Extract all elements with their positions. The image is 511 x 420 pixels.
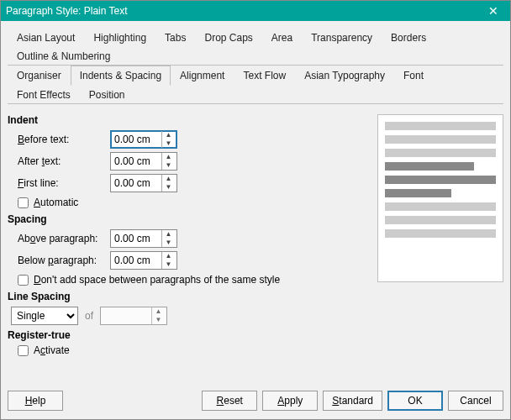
tab-drop-caps[interactable]: Drop Caps: [195, 28, 261, 47]
preview-line: [385, 176, 496, 184]
spin-buttons[interactable]: ▲▼: [161, 131, 175, 148]
row-dont-add-space: Don't add space between paragraphs of th…: [18, 274, 371, 286]
spin-of-value[interactable]: ▲▼: [100, 307, 167, 325]
checkbox-activate[interactable]: [18, 345, 29, 356]
label-dont-add-space: Don't add space between paragraphs of th…: [34, 274, 280, 286]
standard-button[interactable]: Standard: [323, 391, 382, 411]
chevron-up-icon[interactable]: ▲: [162, 131, 175, 139]
tab-position[interactable]: Position: [80, 85, 134, 104]
chevron-down-icon[interactable]: ▼: [152, 316, 165, 324]
spacer: [68, 391, 197, 411]
section-linespacing-title: Line Spacing: [8, 291, 371, 302]
spin-buttons[interactable]: ▲▼: [161, 175, 175, 192]
section-spacing-title: Spacing: [8, 213, 371, 225]
label-automatic: Automatic: [34, 197, 78, 208]
input-first-line[interactable]: [111, 175, 161, 192]
tab-asian-typography[interactable]: Asian Typography: [295, 66, 394, 86]
tab-font-effects[interactable]: Font Effects: [8, 85, 80, 104]
tab-row-2: Organiser Indents & Spacing Alignment Te…: [8, 66, 503, 104]
preview-box: [377, 114, 503, 282]
tab-organiser[interactable]: Organiser: [8, 66, 71, 86]
preview-line: [385, 216, 496, 224]
row-first-line: First line: ▲▼: [18, 173, 371, 193]
tab-highlighting[interactable]: Highlighting: [84, 28, 155, 47]
tab-pane: Indent Before text: ▲▼ After text: ▲▼: [8, 104, 503, 361]
tab-outline-numbering[interactable]: Outline & Numbering: [8, 46, 119, 66]
label-above-paragraph: Above paragraph:: [18, 233, 110, 244]
tab-area[interactable]: Area: [262, 28, 302, 47]
help-button[interactable]: Help: [8, 391, 63, 411]
tab-asian-layout[interactable]: Asian Layout: [8, 28, 84, 47]
input-above-paragraph[interactable]: [111, 230, 161, 247]
dialog-content: Asian Layout Highlighting Tabs Drop Caps…: [1, 21, 510, 419]
spin-after-text[interactable]: ▲▼: [110, 152, 177, 171]
spin-buttons[interactable]: ▲▼: [161, 230, 175, 247]
section-register-title: Register-true: [8, 329, 371, 341]
titlebar: Paragraph Style: Plain Text ✕: [1, 1, 510, 21]
row-automatic: Automatic: [18, 197, 371, 208]
label-after-text: After text:: [18, 155, 110, 167]
label-of: of: [85, 310, 93, 322]
checkbox-automatic[interactable]: [18, 197, 29, 208]
tab-text-flow[interactable]: Text Flow: [234, 66, 295, 86]
spin-buttons[interactable]: ▲▼: [161, 252, 175, 269]
chevron-up-icon[interactable]: ▲: [162, 175, 175, 183]
close-icon[interactable]: ✕: [482, 4, 505, 18]
row-above-paragraph: Above paragraph: ▲▼: [18, 228, 371, 249]
preview-line: [385, 229, 496, 238]
tab-borders[interactable]: Borders: [382, 28, 435, 47]
row-below-paragraph: Below paragraph: ▲▼: [18, 250, 371, 270]
spin-below-paragraph[interactable]: ▲▼: [110, 251, 177, 270]
preview-line: [385, 162, 474, 171]
chevron-up-icon[interactable]: ▲: [162, 252, 175, 260]
tab-tabs[interactable]: Tabs: [155, 28, 195, 47]
select-line-spacing[interactable]: Single: [11, 307, 78, 325]
cancel-button[interactable]: Cancel: [448, 391, 503, 411]
row-activate: Activate: [18, 344, 371, 356]
chevron-down-icon[interactable]: ▼: [162, 183, 175, 192]
chevron-up-icon[interactable]: ▲: [152, 307, 165, 316]
preview-line: [385, 202, 496, 211]
tab-transparency[interactable]: Transparency: [302, 28, 382, 47]
label-before-text: Before text:: [18, 134, 110, 145]
dialog-footer: Help Reset Apply Standard OK Cancel: [8, 391, 503, 411]
chevron-down-icon[interactable]: ▼: [162, 260, 175, 269]
spin-first-line[interactable]: ▲▼: [110, 174, 177, 192]
reset-button[interactable]: Reset: [202, 391, 257, 411]
chevron-up-icon[interactable]: ▲: [162, 153, 175, 161]
tab-font[interactable]: Font: [394, 66, 433, 86]
preview-line: [385, 122, 496, 130]
input-below-paragraph[interactable]: [111, 252, 161, 269]
dialog-window: Paragraph Style: Plain Text ✕ Asian Layo…: [0, 0, 511, 420]
apply-button[interactable]: Apply: [262, 391, 318, 411]
spin-buttons[interactable]: ▲▼: [161, 153, 175, 170]
input-after-text[interactable]: [111, 153, 161, 170]
label-below-paragraph: Below paragraph:: [18, 255, 110, 266]
tab-alignment[interactable]: Alignment: [171, 66, 234, 86]
chevron-down-icon[interactable]: ▼: [162, 139, 175, 148]
tab-indents-spacing[interactable]: Indents & Spacing: [71, 66, 171, 86]
form-column: Indent Before text: ▲▼ After text: ▲▼: [8, 111, 371, 361]
chevron-down-icon[interactable]: ▼: [162, 239, 175, 247]
checkbox-dont-add-space[interactable]: [18, 275, 29, 286]
spin-buttons[interactable]: ▲▼: [151, 307, 165, 324]
spin-above-paragraph[interactable]: ▲▼: [110, 229, 177, 248]
preview-line: [385, 149, 496, 157]
row-before-text: Before text: ▲▼: [18, 129, 371, 150]
label-first-line: First line:: [18, 177, 110, 189]
chevron-up-icon[interactable]: ▲: [162, 230, 175, 239]
label-activate: Activate: [34, 344, 70, 356]
window-title: Paragraph Style: Plain Text: [6, 5, 482, 17]
preview-line: [385, 135, 496, 144]
chevron-down-icon[interactable]: ▼: [162, 161, 175, 170]
input-of-value[interactable]: [101, 307, 151, 324]
input-before-text[interactable]: [111, 131, 161, 148]
preview-line: [385, 189, 451, 197]
row-line-spacing: Single of ▲▼: [11, 306, 371, 326]
tab-row-1: Asian Layout Highlighting Tabs Drop Caps…: [8, 28, 503, 66]
ok-button[interactable]: OK: [387, 391, 443, 411]
section-indent-title: Indent: [8, 114, 371, 126]
spin-before-text[interactable]: ▲▼: [110, 130, 177, 149]
row-after-text: After text: ▲▼: [18, 151, 371, 171]
